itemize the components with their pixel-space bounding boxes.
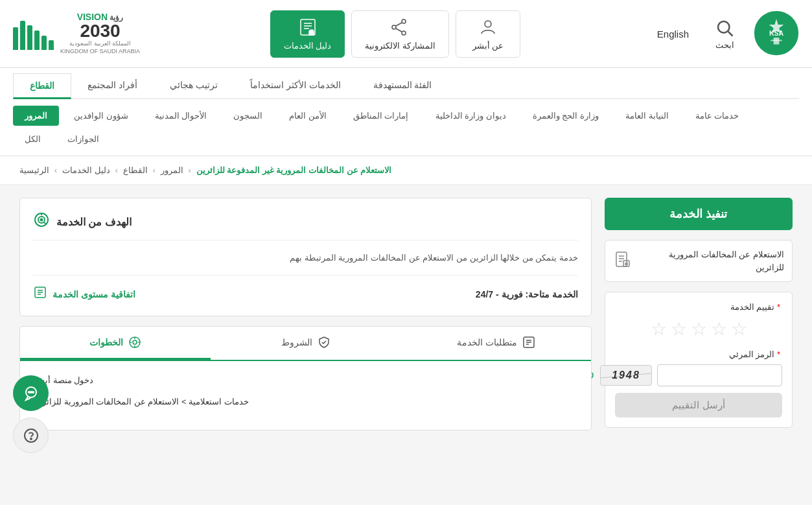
breadcrumb-service: الاستعلام عن المخالفات المرورية غير المد…: [196, 165, 392, 175]
breadcrumb-sep4: ›: [189, 166, 191, 175]
svg-point-37: [133, 340, 137, 344]
star-rating[interactable]: ☆ ☆ ☆ ☆ ☆: [615, 318, 782, 340]
subtab-hajj[interactable]: وزارة الحج والعمرة: [521, 106, 610, 126]
tab-conditions[interactable]: الشروط: [211, 327, 401, 360]
tab-steps-label: الخطوات: [89, 337, 123, 347]
goal-icon: [33, 211, 50, 232]
send-rating-button[interactable]: أرسل التقييم: [615, 393, 782, 417]
svg-point-25: [41, 219, 43, 221]
star-4[interactable]: ☆: [711, 318, 727, 340]
svg-rect-3: [771, 40, 782, 41]
sla-agreement: اتفاقية مستوى الخدمة: [33, 285, 135, 303]
service-goal-card: الهدف من الخدمة خدمة يتمكن من خلالها الز…: [19, 198, 592, 316]
svg-point-6: [485, 21, 491, 27]
star-2[interactable]: ☆: [671, 318, 687, 340]
breadcrumb-sep2: ›: [115, 166, 118, 175]
captcha-image: 1948: [600, 365, 652, 386]
svg-point-7: [402, 19, 406, 23]
vision-bars: [13, 18, 54, 50]
svg-text:KSA: KSA: [769, 29, 784, 37]
breadcrumb-home[interactable]: الرئيسية: [19, 165, 49, 175]
captcha-row: 1948 ↻: [615, 364, 782, 386]
subtab-traffic[interactable]: المرور: [13, 106, 59, 126]
sidebar-service-card: الاستعلام عن المخالفات المرورية للزائرين: [605, 240, 793, 282]
star-1[interactable]: ☆: [651, 318, 667, 340]
sla-label: اتفاقية مستوى الخدمة: [52, 289, 135, 299]
goal-title: الهدف من الخدمة: [56, 216, 132, 228]
subtab-general-services[interactable]: خدمات عامة: [684, 106, 751, 126]
steps-tabs-card: متطلبات الخدمة الشروط: [19, 326, 592, 430]
tab-society[interactable]: أفراد المجتمع: [71, 73, 154, 99]
header: KSA ابحث English عن أبشر: [0, 0, 812, 68]
subtab-passports[interactable]: الجوازات: [56, 129, 111, 149]
tab-requirements[interactable]: متطلبات الخدمة: [400, 327, 591, 360]
sub-tabs: خدمات عامة النيابة العامة وزارة الحج وال…: [13, 99, 799, 156]
steps-tabs-header: متطلبات الخدمة الشروط: [20, 327, 591, 361]
breadcrumb-guide[interactable]: دليل الخدمات: [62, 165, 110, 175]
goal-text: خدمة يتمكن من خلالها الزائرين من الاستعل…: [33, 250, 578, 265]
tab-sort[interactable]: ترتيب هجائي: [154, 73, 234, 99]
subtab-regions[interactable]: إمارات المناطق: [342, 106, 421, 126]
step-2-text: خدمات استعلامية > الاستعلام عن المخالفات…: [33, 395, 249, 409]
tab-requirements-label: متطلبات الخدمة: [457, 337, 517, 347]
subtab-interior[interactable]: ديوان وزارة الداخلية: [424, 106, 518, 126]
captcha-required-mark: *: [777, 349, 780, 359]
star-5[interactable]: ☆: [731, 318, 747, 340]
execute-service-button[interactable]: تنفيذ الخدمة: [605, 198, 793, 230]
tab-target[interactable]: الفئة المستهدفة: [357, 73, 448, 99]
breadcrumb-sep1: ›: [54, 166, 57, 175]
nav-absher[interactable]: عن أبشر: [456, 10, 520, 58]
vision-logo: رؤية VISION 2030 المملكة العربية السعودي…: [13, 12, 140, 55]
header-nav: عن أبشر المشاركة الالكترونية دليل الخدما: [270, 10, 520, 58]
chat-button[interactable]: [13, 375, 49, 411]
sla-availability: الخدمة متاحة: فورية - 24/7: [476, 289, 578, 299]
language-toggle[interactable]: English: [651, 25, 695, 43]
document-icon: [613, 250, 632, 272]
subtab-all[interactable]: الكل: [13, 129, 52, 149]
steps-content: دخول منصة أبشر خدمات استعلامية > الاستعل…: [20, 361, 591, 430]
logo-emblem: KSA: [754, 10, 799, 58]
header-right-section: KSA ابحث English: [651, 10, 799, 58]
search-button[interactable]: ابحث: [715, 18, 734, 50]
svg-point-45: [32, 392, 34, 393]
subtab-civil[interactable]: الأحوال المدنية: [143, 106, 219, 126]
required-mark: *: [777, 302, 780, 312]
step-item-2: خدمات استعلامية > الاستعلام عن المخالفات…: [33, 395, 578, 409]
star-3[interactable]: ☆: [691, 318, 707, 340]
subtab-security[interactable]: الأمن العام: [277, 106, 338, 126]
main-tabs: الفئة المستهدفة الخدمات الأكثر استخداماً…: [13, 68, 799, 99]
goal-card-header: الهدف من الخدمة: [33, 211, 578, 241]
subtab-visitor[interactable]: شؤون الوافدين: [62, 106, 140, 126]
search-label: ابحث: [715, 40, 734, 50]
svg-point-8: [392, 25, 396, 29]
step-item-1: دخول منصة أبشر: [33, 374, 578, 388]
tab-steps[interactable]: الخطوات: [20, 327, 211, 360]
breadcrumb-bar: الاستعلام عن المخالفات المرورية غير المد…: [0, 156, 812, 185]
tab-sector[interactable]: القطاع: [13, 73, 71, 99]
breadcrumb-traffic[interactable]: المرور: [161, 165, 183, 175]
breadcrumb-sep3: ›: [153, 166, 156, 175]
subtab-prisons[interactable]: السجون: [222, 106, 274, 126]
captcha-section: * الرمز المرئي 1948 ↻ أرسل التقييم: [615, 349, 782, 417]
breadcrumb-sector[interactable]: القطاع: [123, 165, 148, 175]
nav-guide-label: دليل الخدمات: [284, 41, 332, 51]
sidebar: تنفيذ الخدمة الاستعلام عن المخالفات المر…: [605, 198, 793, 438]
content-area: الهدف من الخدمة خدمة يتمكن من خلالها الز…: [19, 198, 592, 438]
sidebar-service-text: الاستعلام عن المخالفات المرورية للزائرين: [639, 248, 784, 274]
nav-share[interactable]: المشاركة الالكترونية: [351, 10, 449, 58]
main-content: تنفيذ الخدمة الاستعلام عن المخالفات المر…: [0, 185, 812, 451]
subtab-prosecution[interactable]: النيابة العامة: [614, 106, 680, 126]
svg-line-5: [728, 31, 733, 36]
help-button[interactable]: [13, 417, 49, 451]
svg-point-43: [29, 392, 30, 393]
nav-tabs-container: الفئة المستهدفة الخدمات الأكثر استخداماً…: [0, 68, 812, 156]
rating-section: * تقييم الخدمة ☆ ☆ ☆ ☆ ☆ * الرمز المرئي …: [605, 292, 793, 428]
captcha-input[interactable]: [657, 364, 782, 386]
nav-guide[interactable]: دليل الخدمات: [270, 10, 345, 58]
tab-most-used[interactable]: الخدمات الأكثر استخداماً: [234, 73, 357, 99]
nav-share-label: المشاركة الالكترونية: [365, 41, 435, 51]
sla-availability-value: الخدمة متاحة: فورية - 24/7: [476, 289, 578, 299]
breadcrumb: الاستعلام عن المخالفات المرورية غير المد…: [19, 165, 793, 175]
nav-absher-label: عن أبشر: [472, 41, 504, 51]
rating-label: * تقييم الخدمة: [615, 302, 782, 312]
